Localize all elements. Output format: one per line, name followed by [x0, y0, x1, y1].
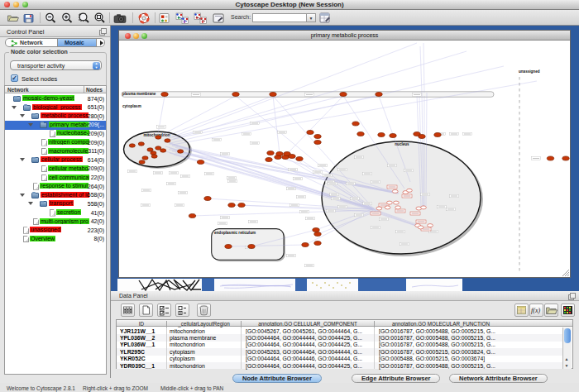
svg-text:unassigned: unassigned	[519, 69, 540, 74]
svg-text:endoplasmic reticulum: endoplasmic reticulum	[214, 231, 256, 235]
svg-text:cytoplasm: cytoplasm	[122, 104, 141, 108]
svg-text:plasma membrane: plasma membrane	[122, 92, 156, 96]
